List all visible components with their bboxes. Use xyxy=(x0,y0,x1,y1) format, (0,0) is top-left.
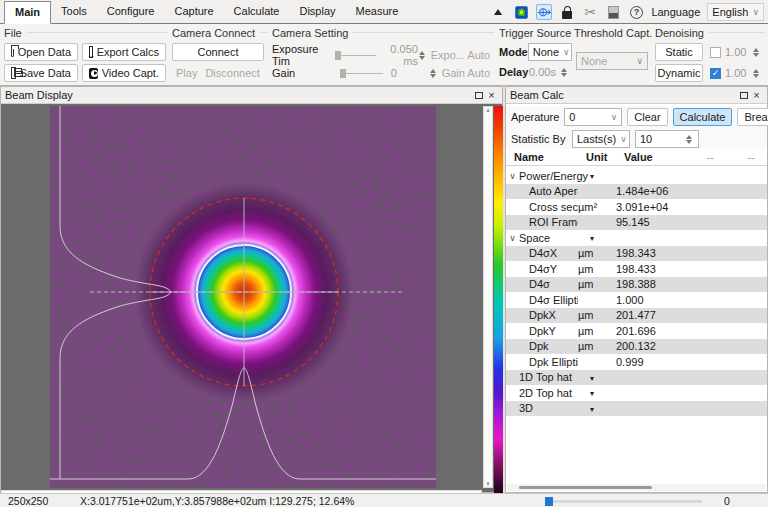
count-spinner[interactable] xyxy=(684,131,694,147)
gain-value[interactable]: 0 xyxy=(383,67,429,79)
calc-group-row[interactable]: ∨Space▾ xyxy=(506,230,767,246)
group-dropdown-icon[interactable]: ▾ xyxy=(590,234,594,243)
exposure-slider[interactable] xyxy=(335,50,375,60)
chevron-down-icon: ∨ xyxy=(563,47,570,57)
group-dropdown-icon[interactable]: ▾ xyxy=(590,389,594,398)
expo-auto-button[interactable]: Expo... Auto xyxy=(427,46,494,64)
calc-item-row[interactable]: D4σµm198.388 xyxy=(506,277,767,293)
calc-item-row[interactable]: D4σXµm198.343 xyxy=(506,246,767,262)
col-name[interactable]: Name xyxy=(514,151,586,163)
static-value[interactable]: 1.00 xyxy=(725,46,751,58)
statistic-count-input[interactable]: 10 xyxy=(635,130,699,148)
beam-overlay xyxy=(50,106,436,488)
calc-item-row[interactable]: Auto Apera...1.484e+06 xyxy=(506,184,767,200)
video-capture-button[interactable]: Video Capt. xyxy=(82,64,166,82)
calc-item-row[interactable]: Cross secti...µm²3.091e+04 xyxy=(506,199,767,215)
col-extra1[interactable]: -- xyxy=(682,151,738,163)
play-button[interactable]: Play xyxy=(172,64,201,82)
group-dropdown-icon[interactable]: ▾ xyxy=(590,172,594,181)
static-button[interactable]: Static xyxy=(655,43,703,61)
col-extra2[interactable]: -- xyxy=(738,151,764,163)
gain-spinner[interactable] xyxy=(428,65,437,81)
collapse-toolbar-icon[interactable] xyxy=(490,4,506,20)
connect-button[interactable]: Connect xyxy=(172,43,264,61)
dynamic-button[interactable]: Dynamic xyxy=(655,64,703,82)
expander-icon[interactable]: ∨ xyxy=(506,233,519,243)
menu-tab-display[interactable]: Display xyxy=(289,1,345,23)
aperture-select[interactable]: 0∨ xyxy=(564,108,622,126)
trigger-mode-select[interactable]: None∨ xyxy=(528,43,572,61)
restore-window-icon[interactable] xyxy=(472,89,485,101)
trigger-source-label: Trigger Source xyxy=(499,26,569,39)
breakpoint-button[interactable]: Breakpoint xyxy=(737,108,768,126)
open-data-button[interactable]: Open Data xyxy=(4,43,78,61)
menu-tab-capture[interactable]: Capture xyxy=(164,1,223,23)
delay-value[interactable]: 0.00s xyxy=(529,66,559,78)
exposure-spinner[interactable] xyxy=(418,47,427,63)
close-panel-icon[interactable]: × xyxy=(485,89,498,101)
item-name: D4σY xyxy=(506,263,578,275)
statistic-select[interactable]: Lasts(s)∨ xyxy=(572,130,630,148)
export-calcs-button[interactable]: Export Calcs xyxy=(82,43,166,61)
gain-auto-button[interactable]: Gain Auto xyxy=(438,64,494,82)
beam-calc-titlebar: Beam Calc × xyxy=(506,87,767,104)
document-icon[interactable] xyxy=(605,4,621,20)
delay-spinner[interactable] xyxy=(559,64,569,80)
menu-bar: MainToolsConfigureCaptureCalculateDispla… xyxy=(0,0,768,24)
item-unit: µm² xyxy=(578,201,616,213)
beam-image[interactable] xyxy=(50,106,436,488)
zoom-slider[interactable] xyxy=(545,498,702,505)
dynamic-spinner[interactable] xyxy=(751,65,761,81)
status-bar: 250x250 X:3.017751e+02um,Y:3.857988e+02u… xyxy=(0,493,768,507)
group-dropdown-icon[interactable]: ▾ xyxy=(590,405,594,414)
beam-profile-icon[interactable] xyxy=(513,4,529,20)
static-spinner[interactable] xyxy=(751,44,761,60)
vertical-scrollbar[interactable]: ▲▼ xyxy=(483,106,493,488)
gain-slider[interactable] xyxy=(340,68,383,78)
expander-icon[interactable]: ∨ xyxy=(506,171,519,181)
menu-tabs: MainToolsConfigureCaptureCalculateDispla… xyxy=(0,0,408,23)
col-unit[interactable]: Unit xyxy=(586,151,624,163)
calc-group-row[interactable]: 1D Top hat▾ xyxy=(506,370,767,386)
calc-item-row[interactable]: Dpk Elliptic...0.999 xyxy=(506,354,767,370)
dynamic-value[interactable]: 1.00 xyxy=(725,67,751,79)
calc-group-row[interactable]: 3D▾ xyxy=(506,401,767,417)
menu-tab-calculate[interactable]: Calculate xyxy=(224,1,290,23)
language-select[interactable]: English ∨ xyxy=(707,3,764,21)
calc-item-row[interactable]: D4σYµm198.433 xyxy=(506,261,767,277)
menu-tab-measure[interactable]: Measure xyxy=(346,1,409,23)
item-value: 1.000 xyxy=(616,294,674,306)
item-unit: µm xyxy=(578,247,616,259)
calc-group-row[interactable]: 2D Top hat▾ xyxy=(506,385,767,401)
disconnect-button[interactable]: Disconnect xyxy=(201,64,263,82)
scissors-icon[interactable]: ✂ xyxy=(582,4,598,20)
close-panel-icon[interactable]: × xyxy=(750,89,763,101)
table-header[interactable]: Name Unit Value -- -- xyxy=(506,149,767,166)
threshold-select[interactable]: None∨ xyxy=(576,52,648,70)
dynamic-checkbox[interactable]: ✓ xyxy=(710,68,721,79)
pin-icon[interactable]: ⟴ xyxy=(536,4,552,20)
menu-tab-tools[interactable]: Tools xyxy=(51,1,97,23)
calc-group-row[interactable]: ∨Power/Energy▾ xyxy=(506,168,767,184)
clear-button[interactable]: Clear xyxy=(627,108,667,126)
restore-window-icon[interactable] xyxy=(737,89,750,101)
file-section: File Open Data Export Calcs Save Data Vi… xyxy=(4,26,168,84)
chevron-down-icon: ∨ xyxy=(611,112,618,122)
calculate-button[interactable]: Calculate xyxy=(673,108,733,126)
calc-item-row[interactable]: D4σ Ellipti...1.000 xyxy=(506,292,767,308)
menu-tab-main[interactable]: Main xyxy=(4,1,51,24)
calc-item-row[interactable]: DpkYµm201.696 xyxy=(506,323,767,339)
group-dropdown-icon[interactable]: ▾ xyxy=(590,374,594,383)
lock-icon[interactable] xyxy=(559,4,575,20)
scroll-up-icon[interactable]: ▲ xyxy=(485,107,491,113)
col-value[interactable]: Value xyxy=(624,151,682,163)
save-data-button[interactable]: Save Data xyxy=(4,64,78,82)
calc-item-row[interactable]: Dpkµm200.132 xyxy=(506,339,767,355)
help-icon[interactable]: ? xyxy=(628,4,644,20)
scroll-down-icon[interactable]: ▼ xyxy=(485,481,491,487)
calc-item-row[interactable]: DpkXµm201.477 xyxy=(506,308,767,324)
menu-tab-configure[interactable]: Configure xyxy=(97,1,165,23)
calc-horizontal-scrollbar[interactable] xyxy=(507,484,766,491)
static-checkbox[interactable] xyxy=(710,47,721,58)
calc-item-row[interactable]: ROI Frame95.145 xyxy=(506,215,767,231)
